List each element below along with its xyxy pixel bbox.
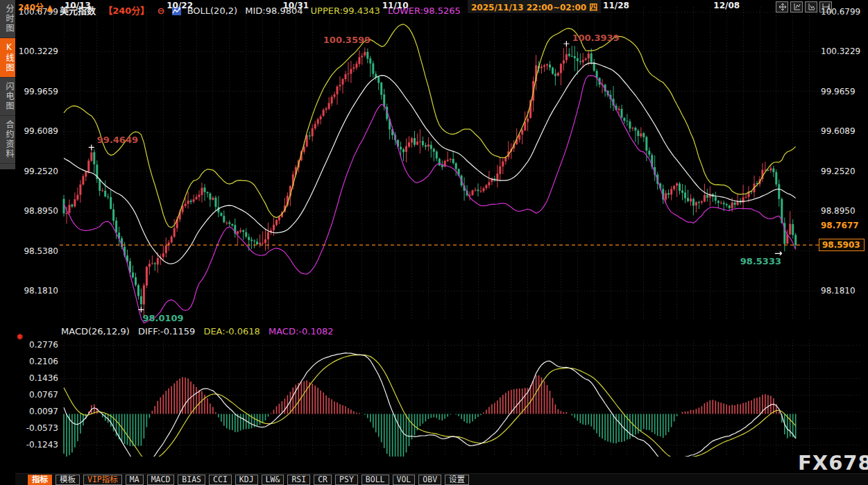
toolbar-button-模板[interactable]: 模板 — [56, 475, 80, 485]
price-tick-left: 99.9659 — [15, 87, 58, 96]
toolbar-button-设置[interactable]: 设置 — [445, 475, 469, 485]
sidebar-tab-4[interactable]: 合约资料 — [0, 116, 15, 164]
crosshair-date-label: 2025/11/13 22:00~02:00 四 — [468, 0, 601, 13]
macd-header: MACD(26,12,9) DIFF:-0.1159 DEA:-0.0618 M… — [61, 326, 339, 337]
macd-tick: 0.1436 — [15, 373, 58, 383]
period-up-arrow-icon: ▲ — [46, 3, 53, 12]
scale-y-axis-icon[interactable] — [790, 1, 803, 12]
toolbar-button-PSY[interactable]: PSY — [335, 475, 358, 485]
macd-tick: 0.0767 — [15, 390, 58, 400]
period-chip[interactable]: 240分 ▲ — [18, 1, 53, 12]
bottom-toolbar: 指标模板VIP指标MAMACDBIASCCIKDJLW&RSICRPSYBOLL… — [15, 473, 868, 485]
price-tick-right: 99.6089 — [821, 126, 856, 136]
sidebar-tab-2[interactable]: K线图 — [0, 38, 15, 78]
date-tick: 12/08 — [713, 1, 740, 10]
macd-dea-value: DEA:-0.0618 — [203, 326, 259, 337]
price-tick-left: 100.3229 — [15, 46, 58, 56]
prev-close-label: 98.7677 — [821, 221, 859, 230]
sidebar-rail: 分时图K线图闪电图合约资料 — [0, 0, 15, 169]
chart-annotation: 98.5333 — [740, 256, 781, 266]
toolbar-button-VOL[interactable]: VOL — [393, 475, 416, 485]
price-tick-left: 99.2520 — [15, 167, 58, 176]
chart-annotation: 100.3599 — [323, 35, 371, 45]
date-tick: 11/10 — [382, 1, 409, 10]
chart-annotation: 98.0109 — [142, 313, 183, 323]
chart-canvas[interactable]: 99.464998.0109100.3599100.393998.5333 — [15, 0, 868, 485]
period-label: 【240分】 — [103, 6, 149, 16]
toolbar-button-CCI[interactable]: CCI — [209, 475, 232, 485]
indicator-name[interactable]: BOLL(20,2) — [187, 6, 238, 16]
chart-area: 99.464998.0109100.3599100.393998.5333 美元… — [15, 0, 868, 485]
macd-tick: 0.2776 — [15, 340, 58, 350]
toolbar-button-指标[interactable]: 指标 — [28, 475, 52, 485]
date-tick: 11/28 — [603, 1, 629, 10]
watermark: FX678 — [798, 451, 868, 475]
toolbar-button-OBV[interactable]: OBV — [418, 475, 441, 485]
sidebar: 分时图K线图闪电图合约资料 — [0, 0, 15, 485]
price-tick-right: 98.8950 — [821, 206, 856, 216]
pan-tool-icon[interactable] — [776, 1, 788, 12]
sidebar-tab-1[interactable]: 分时图 — [0, 0, 15, 38]
macd-tick: -0.1243 — [15, 440, 58, 450]
toolbar-button-VIP指标[interactable]: VIP指标 — [83, 475, 122, 485]
price-tick-right: 99.9659 — [821, 87, 856, 96]
toolbar-button-MACD[interactable]: MACD — [147, 475, 175, 485]
toolbar-button-KDJ[interactable]: KDJ — [235, 475, 258, 485]
macd-tick: -0.0573 — [15, 423, 58, 433]
macd-tick: 0.0097 — [15, 407, 58, 416]
macd-diff-value: DIFF:-0.1159 — [138, 326, 195, 337]
macd-macd-value: MACD:-0.1082 — [269, 326, 334, 337]
date-tick: 10/22 — [167, 1, 193, 10]
price-tick-right: 99.2520 — [821, 167, 856, 176]
chart-annotation: 100.3939 — [572, 33, 619, 43]
last-price-label: 98.5903 — [819, 239, 865, 251]
trading-app: 分时图K线图闪电图合约资料 99.464998.0109100.3599100.… — [0, 0, 868, 485]
toolbar-button-CR[interactable]: CR — [314, 475, 332, 485]
price-tick-left: 99.6089 — [15, 126, 58, 136]
date-tick: 10/31 — [282, 1, 309, 10]
boll-upper-value: UPPER:99.4343 — [311, 6, 380, 16]
price-tick-right: 98.1810 — [821, 286, 856, 296]
collapse-icon[interactable]: ⊖ — [157, 6, 164, 16]
macd-tick: 0.2106 — [15, 357, 58, 366]
toolbar-button-LW&[interactable]: LW& — [262, 475, 284, 485]
price-tick-right: 100.3229 — [821, 46, 860, 56]
toolbar-button-MA[interactable]: MA — [126, 475, 144, 485]
toolbar-button-BIAS[interactable]: BIAS — [178, 475, 205, 485]
macd-title: MACD(26,12,9) — [61, 326, 130, 337]
toolbar-button-BOLL[interactable]: BOLL — [361, 475, 389, 485]
price-tick-left: 98.8950 — [15, 206, 58, 216]
sidebar-tab-3[interactable]: 闪电图 — [0, 78, 15, 116]
price-tick-left: 98.1810 — [15, 286, 58, 296]
date-tick: 10/13 — [65, 1, 91, 10]
price-tick-left: 98.5380 — [15, 246, 58, 256]
price-tick-right: 100.6799 — [821, 7, 860, 17]
scale-x-axis-icon[interactable] — [805, 1, 817, 12]
toolbar-button-RSI[interactable]: RSI — [287, 475, 310, 485]
chart-annotation: 99.4649 — [97, 135, 138, 145]
